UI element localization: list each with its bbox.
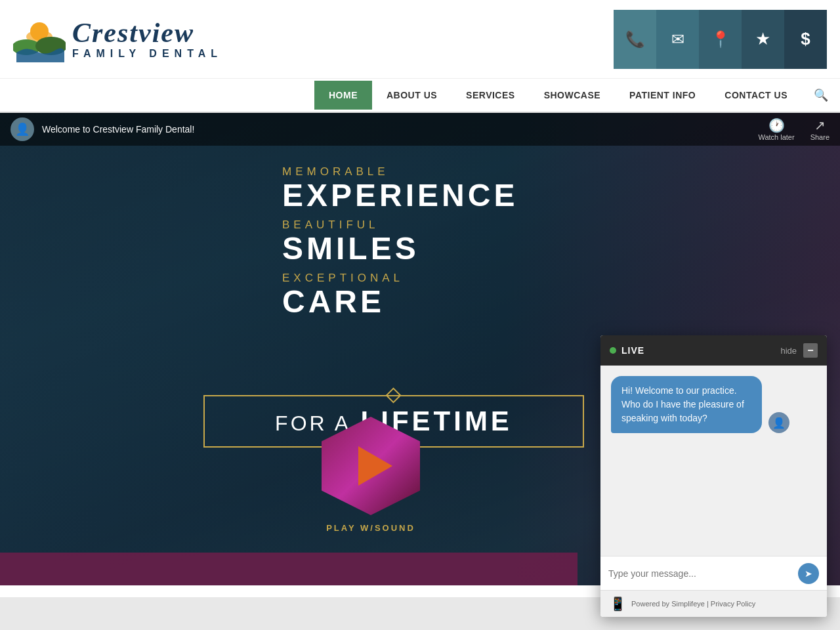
chat-message-row: Hi! Welcome to our practice. Who do I ha… — [611, 376, 816, 433]
live-dot — [610, 347, 616, 354]
hero-subtitle-1: MEMORABLE — [282, 165, 518, 178]
header: Crestview FAMILY DENTAL 📞 ✉ 📍 ★ $ — [0, 0, 840, 79]
nav-about[interactable]: ABOUT US — [372, 81, 452, 110]
video-actions: 🕐 Watch later ↗ Share — [758, 117, 830, 141]
email-button[interactable]: ✉ — [656, 10, 699, 69]
hero-title-3: CARE — [282, 285, 518, 320]
reviews-button[interactable]: ★ — [742, 10, 784, 69]
chat-body: Hi! Welcome to our practice. Who do I ha… — [600, 366, 827, 556]
chat-input-area: ➤ — [600, 556, 827, 590]
video-avatar: 👤 — [10, 117, 34, 141]
live-label: LIVE — [621, 345, 780, 356]
logo-icon — [13, 13, 66, 66]
watch-later-btn[interactable]: 🕐 Watch later — [758, 117, 794, 141]
nav-showcase[interactable]: SHOWCASE — [530, 81, 615, 110]
chat-footer-icon: 📱 — [610, 596, 626, 612]
nav-home[interactable]: HOME — [314, 81, 372, 110]
hide-button[interactable]: hide — [780, 346, 797, 356]
nav-patient-info[interactable]: PATIENT INFO — [615, 81, 710, 110]
hero-line-2: BEAUTIFUL SMILES — [282, 219, 518, 266]
logo-text: Crestview FAMILY DENTAL — [72, 19, 222, 60]
hero-line-1: MEMORABLE EXPERIENCE — [282, 165, 518, 213]
minimize-button[interactable]: − — [803, 343, 818, 358]
chat-avatar: 👤 — [768, 412, 789, 433]
hero-line-3: EXCEPTIONAL CARE — [282, 272, 518, 320]
location-button[interactable]: 📍 — [699, 10, 742, 69]
nav-contact[interactable]: CONTACT US — [710, 81, 802, 110]
phone-button[interactable]: 📞 — [614, 10, 656, 69]
search-button[interactable]: 🔍 — [802, 79, 840, 112]
chat-widget: LIVE hide − Hi! Welcome to our practice.… — [600, 335, 827, 617]
video-bottom-bar — [0, 553, 578, 585]
main-nav: HOME ABOUT US SERVICES SHOWCASE PATIENT … — [0, 79, 840, 113]
hero-content: MEMORABLE EXPERIENCE BEAUTIFUL SMILES EX… — [282, 165, 518, 324]
hexagon-shape — [322, 417, 420, 515]
hero-title-1: EXPERIENCE — [282, 178, 518, 213]
play-button-area[interactable]: PLAY W/SOUND — [322, 417, 420, 533]
financing-button[interactable]: $ — [784, 10, 827, 69]
send-button[interactable]: ➤ — [798, 563, 819, 584]
share-btn[interactable]: ↗ Share — [810, 117, 830, 141]
hero-title-2: SMILES — [282, 232, 518, 266]
chat-message-bubble: Hi! Welcome to our practice. Who do I ha… — [611, 376, 762, 433]
play-label: PLAY W/SOUND — [326, 523, 415, 533]
chat-header: LIVE hide − — [600, 335, 827, 366]
nav-services[interactable]: SERVICES — [452, 81, 530, 110]
chat-input[interactable] — [608, 568, 798, 579]
chat-footer: 📱 Powered by Simplifeye | Privacy Policy — [600, 590, 827, 617]
video-top-bar: 👤 Welcome to Crestview Family Dental! 🕐 … — [0, 113, 840, 146]
play-triangle-icon — [358, 446, 392, 486]
header-icons: 📞 ✉ 📍 ★ $ — [614, 10, 827, 69]
logo-area: Crestview FAMILY DENTAL — [13, 13, 222, 66]
hero-subtitle-3: EXCEPTIONAL — [282, 272, 518, 285]
hero-subtitle-2: BEAUTIFUL — [282, 219, 518, 232]
chat-footer-text: Powered by Simplifeye | Privacy Policy — [631, 600, 755, 608]
video-title: Welcome to Crestview Family Dental! — [42, 124, 758, 135]
